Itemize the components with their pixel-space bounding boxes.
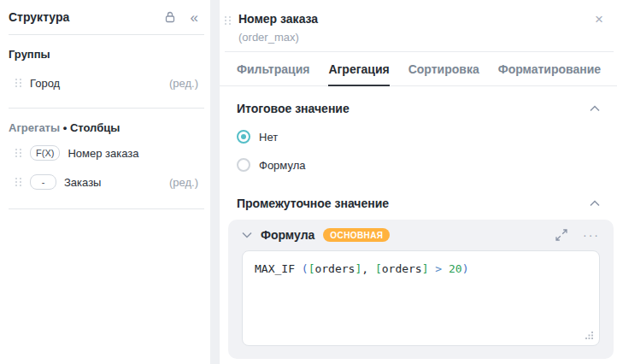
radio-unselected-icon[interactable] bbox=[237, 158, 250, 172]
drag-handle-icon[interactable] bbox=[225, 16, 231, 44]
aggregate-label: Заказы bbox=[64, 176, 101, 189]
drag-handle-icon[interactable] bbox=[15, 79, 21, 87]
tab-sorting[interactable]: Сортировка bbox=[408, 52, 479, 86]
section-title: Итоговое значение bbox=[237, 102, 350, 115]
main-badge: ОСНОВНАЯ bbox=[323, 228, 390, 242]
group-label: Город bbox=[30, 77, 60, 90]
structure-sidebar: Структура « Группы Город (ред.) Агрегаты… bbox=[0, 0, 210, 364]
aggregates-header-prefix: Агрегаты bbox=[9, 121, 60, 134]
lock-icon[interactable] bbox=[163, 10, 177, 24]
tab-formatting[interactable]: Форматирование bbox=[498, 52, 601, 86]
formula-code-line: MAX_IF ([orders], [orders] > 20) bbox=[255, 262, 587, 275]
radio-option-none[interactable]: Нет bbox=[237, 130, 600, 144]
edit-link[interactable]: (ред.) bbox=[169, 77, 198, 90]
field-settings-panel: Номер заказа (order_max) × Фильтрация Аг… bbox=[220, 0, 617, 364]
intermediate-value-section-header: Промежуточное значение bbox=[237, 197, 600, 210]
code-token: ( bbox=[302, 262, 308, 275]
divider bbox=[9, 208, 204, 209]
chevron-down-icon[interactable] bbox=[242, 232, 252, 238]
sidebar-header: Структура « bbox=[0, 0, 210, 34]
formula-card: Формула ОСНОВНАЯ ··· MAX_IF ([orders], [… bbox=[228, 220, 614, 359]
code-token bbox=[442, 262, 449, 275]
app-window: Структура « Группы Город (ред.) Агрегаты… bbox=[0, 0, 617, 364]
total-value-section-header: Итоговое значение bbox=[237, 102, 600, 115]
radio-label: Формула bbox=[259, 159, 305, 172]
expand-icon[interactable] bbox=[555, 229, 567, 241]
panel-subtitle: (order_max) bbox=[238, 31, 318, 44]
aggregation-type-badge: F(X) bbox=[30, 145, 60, 161]
groups-section-header: Группы bbox=[9, 48, 202, 61]
radio-option-formula[interactable]: Формула bbox=[237, 158, 600, 172]
divider bbox=[9, 34, 204, 35]
formula-editor[interactable]: MAX_IF ([orders], [orders] > 20) bbox=[242, 250, 600, 346]
tab-bar: Фильтрация Агрегация Сортировка Форматир… bbox=[220, 52, 617, 86]
panel-gap bbox=[210, 0, 220, 364]
code-token: > bbox=[435, 262, 442, 275]
sidebar-title: Структура bbox=[9, 10, 163, 24]
radio-label: Нет bbox=[259, 131, 278, 144]
panel-header: Номер заказа (order_max) × bbox=[220, 0, 617, 44]
panel-title: Номер заказа bbox=[238, 12, 318, 26]
group-row-city[interactable]: Город (ред.) bbox=[15, 74, 198, 91]
divider bbox=[9, 108, 204, 109]
code-token: ) bbox=[462, 262, 469, 275]
formula-card-title: Формула bbox=[261, 228, 314, 242]
aggregate-label: Номер заказа bbox=[68, 147, 138, 160]
radio-selected-icon[interactable] bbox=[237, 130, 250, 144]
code-token: [ bbox=[375, 262, 382, 275]
more-menu-icon[interactable]: ··· bbox=[583, 231, 600, 239]
code-token: , bbox=[361, 262, 375, 275]
resize-grip-icon[interactable] bbox=[585, 332, 593, 339]
aggregate-row-order-number[interactable]: F(X) Номер заказа bbox=[15, 144, 198, 161]
chevron-up-icon[interactable] bbox=[590, 105, 600, 112]
code-token: orders bbox=[382, 262, 422, 275]
aggregates-header-suffix: Столбцы bbox=[70, 121, 120, 134]
aggregation-type-badge: - bbox=[30, 174, 56, 190]
aggregates-header-bullet: • bbox=[63, 121, 68, 134]
aggregate-row-orders[interactable]: - Заказы (ред.) bbox=[15, 173, 198, 191]
tab-aggregation[interactable]: Агрегация bbox=[328, 52, 389, 86]
section-title: Промежуточное значение bbox=[237, 197, 389, 210]
tab-filtering[interactable]: Фильтрация bbox=[237, 52, 309, 86]
collapse-sidebar-icon[interactable]: « bbox=[191, 10, 198, 25]
aggregates-section-header: Агрегаты • Столбцы bbox=[9, 121, 202, 134]
code-token: 20 bbox=[449, 262, 462, 275]
code-token: MAX_IF bbox=[255, 262, 302, 275]
drag-handle-icon[interactable] bbox=[15, 178, 21, 186]
formula-card-header: Формула ОСНОВНАЯ ··· bbox=[242, 228, 600, 242]
drag-handle-icon[interactable] bbox=[15, 149, 21, 157]
edit-link[interactable]: (ред.) bbox=[169, 176, 198, 189]
chevron-up-icon[interactable] bbox=[590, 200, 600, 207]
close-icon[interactable]: × bbox=[595, 12, 603, 44]
code-token: orders bbox=[314, 262, 355, 275]
code-token: ] bbox=[422, 262, 429, 275]
